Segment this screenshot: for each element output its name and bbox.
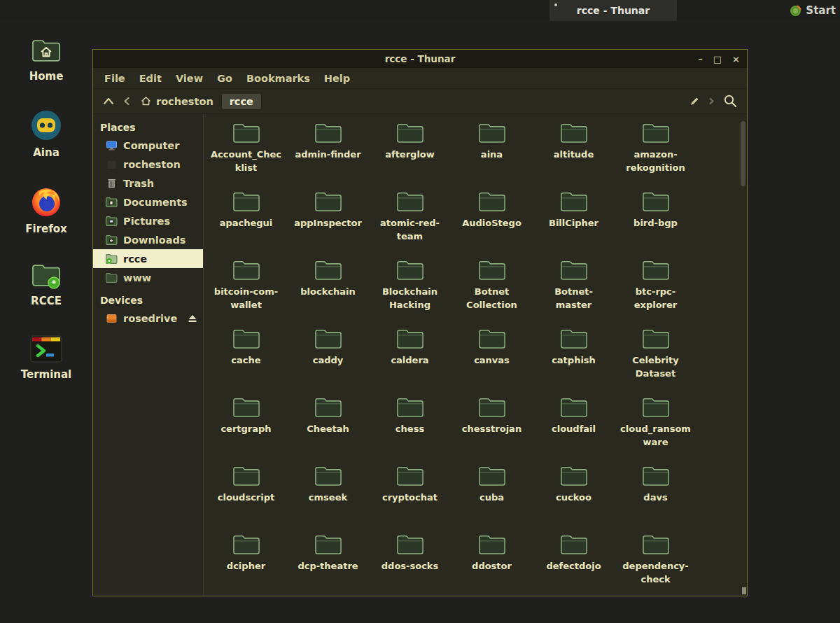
folder-item-dependency-check[interactable]: dependency-check: [615, 531, 696, 596]
desktop-icon-aina[interactable]: Aina: [17, 108, 76, 159]
folder-item-cloudfail[interactable]: cloudfail: [533, 394, 615, 463]
sidebar-item-computer[interactable]: Computer: [93, 136, 203, 155]
folder-icon: [640, 188, 672, 215]
folder-item-chesstrojan[interactable]: chesstrojan: [451, 394, 533, 463]
close-button[interactable]: ×: [732, 55, 740, 64]
folder-item-label: canvas: [474, 354, 510, 368]
folder-item-davs[interactable]: davs: [615, 463, 696, 531]
up-button[interactable]: [100, 94, 117, 108]
folder-icon: [230, 257, 262, 284]
folder-item-altitude[interactable]: altitude: [533, 120, 615, 188]
sidebar-item-trash[interactable]: Trash: [93, 174, 203, 192]
desktop-icon-rcce[interactable]: * RCCE: [17, 261, 76, 307]
sidebar-item-pictures[interactable]: Pictures: [93, 211, 203, 230]
edit-path-icon[interactable]: [687, 94, 701, 108]
folder-item-audiostego[interactable]: AudioStego: [451, 188, 533, 257]
menu-bookmarks[interactable]: Bookmarks: [239, 70, 317, 87]
aina-icon: [29, 108, 63, 142]
folder-icon: [476, 394, 508, 421]
folder-icon: [558, 463, 590, 489]
folder-item-botnet-collection[interactable]: Botnet Collection: [451, 257, 533, 326]
sidebar-item-rcce[interactable]: rcce: [93, 249, 203, 268]
folder-item-billcipher[interactable]: BillCipher: [533, 188, 615, 257]
folder-item-ddostor[interactable]: ddostor: [451, 531, 533, 596]
taskbar-window-label: rcce - Thunar: [577, 5, 650, 16]
sidebar-item-documents[interactable]: Documents: [93, 192, 203, 211]
folder-item-cuba[interactable]: cuba: [451, 463, 533, 531]
back-button[interactable]: [121, 94, 132, 108]
search-icon[interactable]: [721, 92, 740, 111]
breadcrumb-home[interactable]: rocheston: [136, 94, 218, 109]
window-titlebar[interactable]: rcce - Thunar – □ ×: [93, 50, 747, 68]
desktop-icon-label: RCCE: [31, 295, 62, 307]
folder-item-label: Blockchain Hacking: [373, 286, 447, 312]
vertical-scrollbar[interactable]: [741, 121, 746, 186]
folder-item-atomic-red-team[interactable]: atomic-red-team: [369, 188, 451, 257]
folder-item-appinspector[interactable]: appInspector: [287, 188, 369, 257]
folder-item-cryptochat[interactable]: cryptochat: [369, 463, 451, 531]
eject-icon[interactable]: [188, 314, 197, 323]
folder-item-botnet-master[interactable]: Botnet-master: [533, 257, 615, 326]
folder-item-caldera[interactable]: caldera: [369, 326, 451, 394]
folder-item-cloud-ransomware[interactable]: cloud_ransomware: [615, 394, 696, 463]
computer-icon: [105, 140, 118, 151]
folder-item-label: ddostor: [472, 560, 512, 573]
menu-file[interactable]: File: [97, 70, 132, 87]
folder-item-celebrity-dataset[interactable]: Celebrity Dataset: [615, 326, 696, 394]
folder-item-cheetah[interactable]: Cheetah: [287, 394, 369, 463]
folder-item-caddy[interactable]: caddy: [287, 326, 369, 394]
folder-item-apachegui[interactable]: apachegui: [205, 188, 287, 257]
folder-item-aina[interactable]: aina: [451, 120, 533, 188]
folder-item-bitcoin-com-wallet[interactable]: bitcoin-com-wallet: [205, 257, 287, 326]
folder-item-btc-rpc-explorer[interactable]: btc-rpc-explorer: [615, 257, 696, 326]
folder-item-label: cloud_ransomware: [619, 423, 693, 449]
folder-item-certgraph[interactable]: certgraph: [205, 394, 287, 463]
folder-item-dcp-theatre[interactable]: dcp-theatre: [287, 531, 369, 596]
folder-item-defectdojo[interactable]: defectdojo: [533, 531, 615, 596]
folder-item-dcipher[interactable]: dcipher: [205, 531, 287, 596]
folder-icon: [394, 463, 426, 489]
folder-item-bird-bgp[interactable]: bird-bgp: [615, 188, 696, 257]
forward-button[interactable]: [706, 94, 717, 108]
folder-icon: [476, 257, 508, 284]
folder-item-label: cmseek: [309, 491, 347, 505]
folder-icon: [312, 463, 344, 489]
sidebar-item-downloads[interactable]: Downloads: [93, 230, 203, 249]
folder-item-amazon-rekognition[interactable]: amazon-rekognition: [615, 120, 696, 188]
folder-item-cloudscript[interactable]: cloudscript: [205, 463, 287, 531]
menu-go[interactable]: Go: [210, 70, 239, 87]
folder-item-blockchain-hacking[interactable]: Blockchain Hacking: [369, 257, 451, 326]
folder-item-label: atomic-red-team: [373, 217, 447, 244]
folder-item-catphish[interactable]: catphish: [533, 326, 615, 394]
desktop-icon-terminal[interactable]: Terminal: [17, 333, 76, 381]
folder-item-label: certgraph: [220, 423, 271, 436]
folder-item-admin-finder[interactable]: admin-finder: [287, 120, 369, 188]
folder-item-chess[interactable]: chess: [369, 394, 451, 463]
folder-item-account-checklist[interactable]: Account_Checklist: [205, 120, 287, 188]
sidebar-item-rocheston[interactable]: rocheston: [93, 155, 203, 174]
folder-icon: [558, 531, 590, 558]
folder-item-cache[interactable]: cache: [205, 326, 287, 394]
menu-help[interactable]: Help: [317, 70, 357, 87]
sidebar-item-rosedrive[interactable]: rosedrive: [93, 309, 203, 328]
folder-item-blockchain[interactable]: blockchain: [287, 257, 369, 326]
folder-item-canvas[interactable]: canvas: [451, 326, 533, 394]
folder-item-label: admin-finder: [295, 148, 360, 162]
minimize-button[interactable]: –: [698, 55, 703, 64]
window-controls: – □ ×: [698, 50, 740, 68]
folder-item-afterglow[interactable]: afterglow: [369, 120, 451, 188]
scrollbar-nub[interactable]: [742, 587, 746, 594]
folder-item-cuckoo[interactable]: cuckoo: [533, 463, 615, 531]
sidebar-item-www[interactable]: www: [93, 268, 203, 287]
desktop-icon-home[interactable]: Home: [17, 36, 76, 83]
folder-item-ddos-socks[interactable]: ddos-socks: [369, 531, 451, 596]
maximize-button[interactable]: □: [713, 55, 722, 64]
menu-edit[interactable]: Edit: [132, 70, 169, 87]
start-button[interactable]: Start: [790, 0, 836, 21]
breadcrumb-current[interactable]: rcce: [222, 94, 261, 109]
taskbar-window-button[interactable]: rcce - Thunar: [550, 0, 677, 21]
folder-item-cmseek[interactable]: cmseek: [287, 463, 369, 531]
menu-view[interactable]: View: [169, 70, 210, 87]
desktop-icon-firefox[interactable]: Firefox: [17, 185, 76, 235]
folder-icon: [640, 257, 672, 284]
